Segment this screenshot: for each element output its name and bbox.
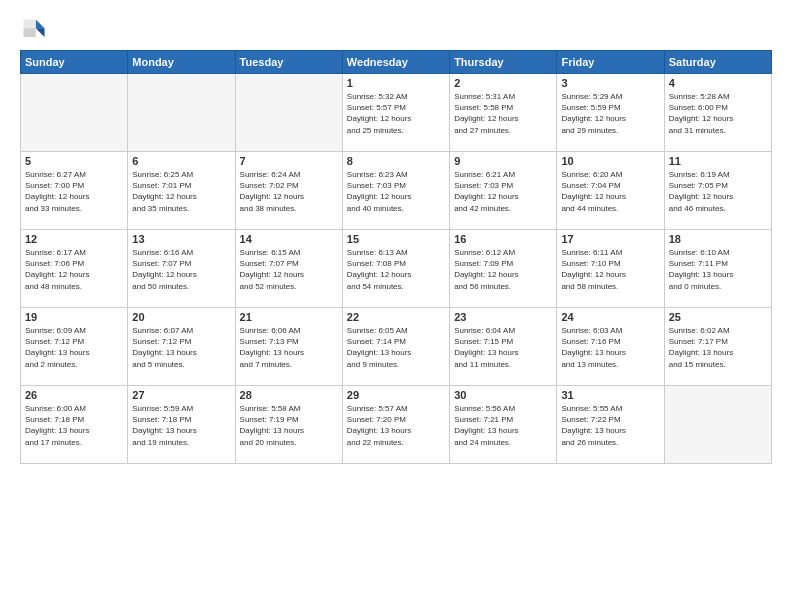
calendar-cell: 22Sunrise: 6:05 AM Sunset: 7:14 PM Dayli…	[342, 308, 449, 386]
day-info: Sunrise: 5:29 AM Sunset: 5:59 PM Dayligh…	[561, 91, 659, 136]
calendar-week-3: 12Sunrise: 6:17 AM Sunset: 7:06 PM Dayli…	[21, 230, 772, 308]
day-number: 9	[454, 155, 552, 167]
day-info: Sunrise: 6:02 AM Sunset: 7:17 PM Dayligh…	[669, 325, 767, 370]
day-info: Sunrise: 5:56 AM Sunset: 7:21 PM Dayligh…	[454, 403, 552, 448]
day-info: Sunrise: 5:55 AM Sunset: 7:22 PM Dayligh…	[561, 403, 659, 448]
calendar-cell: 24Sunrise: 6:03 AM Sunset: 7:16 PM Dayli…	[557, 308, 664, 386]
calendar-header-thursday: Thursday	[450, 51, 557, 74]
calendar-cell: 11Sunrise: 6:19 AM Sunset: 7:05 PM Dayli…	[664, 152, 771, 230]
day-info: Sunrise: 5:58 AM Sunset: 7:19 PM Dayligh…	[240, 403, 338, 448]
day-info: Sunrise: 6:27 AM Sunset: 7:00 PM Dayligh…	[25, 169, 123, 214]
day-info: Sunrise: 6:03 AM Sunset: 7:16 PM Dayligh…	[561, 325, 659, 370]
calendar-week-2: 5Sunrise: 6:27 AM Sunset: 7:00 PM Daylig…	[21, 152, 772, 230]
day-info: Sunrise: 6:15 AM Sunset: 7:07 PM Dayligh…	[240, 247, 338, 292]
page: SundayMondayTuesdayWednesdayThursdayFrid…	[0, 0, 792, 612]
day-info: Sunrise: 6:16 AM Sunset: 7:07 PM Dayligh…	[132, 247, 230, 292]
day-info: Sunrise: 6:10 AM Sunset: 7:11 PM Dayligh…	[669, 247, 767, 292]
calendar-cell: 26Sunrise: 6:00 AM Sunset: 7:18 PM Dayli…	[21, 386, 128, 464]
day-number: 6	[132, 155, 230, 167]
svg-rect-2	[24, 20, 36, 29]
day-info: Sunrise: 5:28 AM Sunset: 6:00 PM Dayligh…	[669, 91, 767, 136]
day-info: Sunrise: 6:12 AM Sunset: 7:09 PM Dayligh…	[454, 247, 552, 292]
calendar-header-row: SundayMondayTuesdayWednesdayThursdayFrid…	[21, 51, 772, 74]
calendar-cell	[235, 74, 342, 152]
calendar-cell: 31Sunrise: 5:55 AM Sunset: 7:22 PM Dayli…	[557, 386, 664, 464]
calendar-cell: 7Sunrise: 6:24 AM Sunset: 7:02 PM Daylig…	[235, 152, 342, 230]
calendar-cell: 9Sunrise: 6:21 AM Sunset: 7:03 PM Daylig…	[450, 152, 557, 230]
svg-marker-1	[36, 28, 45, 37]
calendar-header-friday: Friday	[557, 51, 664, 74]
svg-marker-0	[36, 20, 45, 29]
day-info: Sunrise: 6:05 AM Sunset: 7:14 PM Dayligh…	[347, 325, 445, 370]
calendar-cell: 29Sunrise: 5:57 AM Sunset: 7:20 PM Dayli…	[342, 386, 449, 464]
calendar-cell: 27Sunrise: 5:59 AM Sunset: 7:18 PM Dayli…	[128, 386, 235, 464]
day-info: Sunrise: 6:06 AM Sunset: 7:13 PM Dayligh…	[240, 325, 338, 370]
day-number: 23	[454, 311, 552, 323]
calendar-cell: 17Sunrise: 6:11 AM Sunset: 7:10 PM Dayli…	[557, 230, 664, 308]
day-number: 8	[347, 155, 445, 167]
calendar-cell: 6Sunrise: 6:25 AM Sunset: 7:01 PM Daylig…	[128, 152, 235, 230]
logo	[20, 16, 52, 44]
day-info: Sunrise: 6:00 AM Sunset: 7:18 PM Dayligh…	[25, 403, 123, 448]
day-number: 26	[25, 389, 123, 401]
day-info: Sunrise: 6:04 AM Sunset: 7:15 PM Dayligh…	[454, 325, 552, 370]
day-number: 31	[561, 389, 659, 401]
calendar-cell: 13Sunrise: 6:16 AM Sunset: 7:07 PM Dayli…	[128, 230, 235, 308]
day-number: 27	[132, 389, 230, 401]
calendar-table: SundayMondayTuesdayWednesdayThursdayFrid…	[20, 50, 772, 464]
calendar-week-5: 26Sunrise: 6:00 AM Sunset: 7:18 PM Dayli…	[21, 386, 772, 464]
calendar-cell: 4Sunrise: 5:28 AM Sunset: 6:00 PM Daylig…	[664, 74, 771, 152]
day-info: Sunrise: 5:31 AM Sunset: 5:58 PM Dayligh…	[454, 91, 552, 136]
calendar-cell: 18Sunrise: 6:10 AM Sunset: 7:11 PM Dayli…	[664, 230, 771, 308]
day-info: Sunrise: 5:32 AM Sunset: 5:57 PM Dayligh…	[347, 91, 445, 136]
day-number: 10	[561, 155, 659, 167]
calendar-cell: 21Sunrise: 6:06 AM Sunset: 7:13 PM Dayli…	[235, 308, 342, 386]
calendar-cell: 8Sunrise: 6:23 AM Sunset: 7:03 PM Daylig…	[342, 152, 449, 230]
day-number: 4	[669, 77, 767, 89]
day-number: 30	[454, 389, 552, 401]
calendar-cell	[21, 74, 128, 152]
day-info: Sunrise: 6:25 AM Sunset: 7:01 PM Dayligh…	[132, 169, 230, 214]
calendar-cell: 14Sunrise: 6:15 AM Sunset: 7:07 PM Dayli…	[235, 230, 342, 308]
calendar-cell: 23Sunrise: 6:04 AM Sunset: 7:15 PM Dayli…	[450, 308, 557, 386]
day-number: 22	[347, 311, 445, 323]
calendar-cell: 1Sunrise: 5:32 AM Sunset: 5:57 PM Daylig…	[342, 74, 449, 152]
calendar-header-sunday: Sunday	[21, 51, 128, 74]
calendar-header-monday: Monday	[128, 51, 235, 74]
calendar-cell: 19Sunrise: 6:09 AM Sunset: 7:12 PM Dayli…	[21, 308, 128, 386]
calendar-cell: 20Sunrise: 6:07 AM Sunset: 7:12 PM Dayli…	[128, 308, 235, 386]
day-info: Sunrise: 6:07 AM Sunset: 7:12 PM Dayligh…	[132, 325, 230, 370]
day-number: 2	[454, 77, 552, 89]
calendar-week-1: 1Sunrise: 5:32 AM Sunset: 5:57 PM Daylig…	[21, 74, 772, 152]
day-number: 20	[132, 311, 230, 323]
header	[20, 16, 772, 44]
calendar-cell: 25Sunrise: 6:02 AM Sunset: 7:17 PM Dayli…	[664, 308, 771, 386]
calendar-cell: 5Sunrise: 6:27 AM Sunset: 7:00 PM Daylig…	[21, 152, 128, 230]
calendar-week-4: 19Sunrise: 6:09 AM Sunset: 7:12 PM Dayli…	[21, 308, 772, 386]
day-info: Sunrise: 6:17 AM Sunset: 7:06 PM Dayligh…	[25, 247, 123, 292]
day-info: Sunrise: 6:20 AM Sunset: 7:04 PM Dayligh…	[561, 169, 659, 214]
day-number: 1	[347, 77, 445, 89]
day-info: Sunrise: 6:21 AM Sunset: 7:03 PM Dayligh…	[454, 169, 552, 214]
day-info: Sunrise: 5:59 AM Sunset: 7:18 PM Dayligh…	[132, 403, 230, 448]
calendar-header-wednesday: Wednesday	[342, 51, 449, 74]
day-info: Sunrise: 6:24 AM Sunset: 7:02 PM Dayligh…	[240, 169, 338, 214]
calendar-cell: 30Sunrise: 5:56 AM Sunset: 7:21 PM Dayli…	[450, 386, 557, 464]
day-info: Sunrise: 6:19 AM Sunset: 7:05 PM Dayligh…	[669, 169, 767, 214]
day-number: 16	[454, 233, 552, 245]
day-number: 17	[561, 233, 659, 245]
day-number: 25	[669, 311, 767, 323]
day-number: 11	[669, 155, 767, 167]
day-number: 3	[561, 77, 659, 89]
day-number: 14	[240, 233, 338, 245]
day-number: 18	[669, 233, 767, 245]
calendar-cell: 10Sunrise: 6:20 AM Sunset: 7:04 PM Dayli…	[557, 152, 664, 230]
calendar-cell	[128, 74, 235, 152]
svg-rect-3	[24, 28, 36, 37]
day-number: 24	[561, 311, 659, 323]
calendar-header-saturday: Saturday	[664, 51, 771, 74]
calendar-cell: 2Sunrise: 5:31 AM Sunset: 5:58 PM Daylig…	[450, 74, 557, 152]
day-info: Sunrise: 6:23 AM Sunset: 7:03 PM Dayligh…	[347, 169, 445, 214]
calendar-cell: 15Sunrise: 6:13 AM Sunset: 7:08 PM Dayli…	[342, 230, 449, 308]
calendar-cell: 28Sunrise: 5:58 AM Sunset: 7:19 PM Dayli…	[235, 386, 342, 464]
